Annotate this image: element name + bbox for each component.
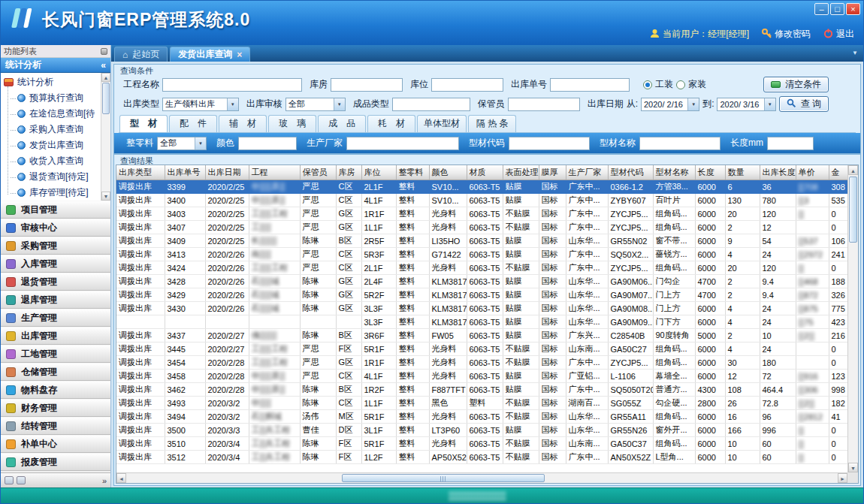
minimize-button[interactable]: –: [814, 3, 829, 15]
length-input[interactable]: [767, 137, 814, 150]
tab-list-caret-icon[interactable]: ▼: [852, 50, 858, 56]
column-header[interactable]: 单价: [796, 165, 829, 180]
table-row[interactable]: 调拨出库34302020/2/26石▒▒城陈琳G区3L3F整料KLM381760…: [116, 302, 847, 315]
column-header[interactable]: 库房: [336, 165, 361, 180]
tab-shipping-outbound-query[interactable]: 发货出库查询 ×: [170, 47, 250, 62]
category-tab[interactable]: 隔 热 条: [468, 115, 516, 132]
table-row[interactable]: 调拨出库34622020/2/28华▒▒原▒陈琳B区1R2F整料F887TFT6…: [116, 383, 847, 397]
category-tab[interactable]: 耗 材: [367, 115, 415, 132]
horizontal-scroll-thumb[interactable]: [342, 474, 545, 482]
table-row[interactable]: 调拨出库34002020/2/25华▒▒原▒严思C区4L1F整料SV10...6…: [116, 194, 847, 207]
column-header[interactable]: 出库长度: [760, 165, 796, 180]
accordion-item[interactable]: 采购管理: [1, 237, 110, 255]
accordion-item[interactable]: 报废管理: [1, 453, 110, 471]
column-header[interactable]: 颜色: [429, 165, 467, 180]
table-row[interactable]: 调拨出库33992020/2/25华▒▒原▒严思C区2L1F整料SV10...6…: [116, 180, 847, 194]
date-to-picker[interactable]: 2020/ 3/16 ▼: [717, 98, 775, 111]
radio-jiazhuang[interactable]: [676, 80, 685, 89]
table-row[interactable]: 调拨出库34032020/2/25工▒▒工程严思G区1R1F整料光身料6063-…: [116, 207, 847, 221]
computer-icon[interactable]: [17, 476, 26, 484]
column-header[interactable]: 工程: [249, 165, 300, 180]
accordion-item[interactable]: 项目管理: [1, 201, 110, 219]
column-header[interactable]: 保管员: [300, 165, 336, 180]
vertical-scroll-thumb[interactable]: [849, 177, 857, 243]
project-name-input[interactable]: [162, 78, 302, 92]
date-from-picker[interactable]: 2020/ 2/16 ▼: [641, 98, 699, 111]
category-tab[interactable]: 单体型材: [417, 115, 467, 132]
accordion-item[interactable]: 仓储管理: [1, 363, 110, 381]
tree-scrollbar[interactable]: ▲ ▼: [101, 73, 110, 201]
product-type-input[interactable]: [392, 98, 470, 111]
close-button[interactable]: ×: [846, 3, 860, 15]
category-tab[interactable]: 辅 材: [219, 115, 267, 132]
table-row[interactable]: 3L3F整料KLM38176063-T5贴膜国标山东华...GA90M09...…: [116, 315, 847, 329]
table-row[interactable]: 调拨出库34542020/2/28工▒▒工程严思G区1R1F整料光身料6063-…: [116, 356, 847, 370]
maker-input[interactable]: [346, 137, 459, 150]
category-tab[interactable]: 型 材: [119, 115, 168, 132]
order-no-input[interactable]: [550, 78, 630, 92]
logout-button[interactable]: 退出: [823, 28, 854, 41]
tree-item[interactable]: 在途信息查询[待: [4, 106, 100, 122]
vertical-scrollbar[interactable]: ▲ ▼: [847, 165, 858, 472]
tree-item[interactable]: 发货出库查询: [4, 137, 100, 153]
accordion-item[interactable]: 退货管理: [1, 273, 110, 291]
table-row[interactable]: 调拨出库35122020/3/4工▒共工程陈琳F区1L2F整料AP50X52..…: [116, 451, 847, 464]
whole-part-select[interactable]: 全部 ▼: [157, 137, 207, 150]
column-header[interactable]: 长度: [695, 165, 725, 180]
search-button[interactable]: 查 询: [779, 96, 829, 112]
category-tab[interactable]: 成 品: [318, 115, 366, 132]
accordion-item[interactable]: 补单中心: [1, 435, 110, 453]
scroll-up-icon[interactable]: ▲: [101, 73, 110, 82]
scroll-left-icon[interactable]: ◄: [116, 473, 126, 483]
modules-icon[interactable]: [5, 476, 14, 484]
horizontal-scrollbar[interactable]: ◄ ►: [116, 472, 847, 483]
tree-item[interactable]: 采购入库查询: [4, 122, 100, 137]
table-row[interactable]: 调拨出库34452020/2/27工▒▒工程严思F区5R1F整料光身料6063-…: [116, 343, 847, 356]
tree-item[interactable]: 收货入库查询: [4, 153, 100, 169]
accordion-item[interactable]: 物料盘存: [1, 381, 110, 399]
sidebar-section-header[interactable]: 统计分析 «: [1, 58, 110, 73]
column-header[interactable]: 出库类型: [116, 165, 165, 180]
tab-close-icon[interactable]: ×: [237, 50, 242, 60]
column-header[interactable]: 出库单号: [165, 165, 205, 180]
table-row[interactable]: 调拨出库34942020/3/2石▒辉城汤伟M区5R1F整料光身料6063-T5…: [116, 410, 847, 424]
tree-item[interactable]: 库存管理[待定]: [4, 185, 100, 201]
tab-start-page[interactable]: ⌂ 起始页: [114, 47, 168, 62]
radio-gongzhuang[interactable]: [643, 80, 652, 89]
more-icon[interactable]: »: [102, 476, 107, 485]
column-header[interactable]: 出库日期: [205, 165, 249, 180]
scroll-down-icon[interactable]: ▼: [848, 463, 858, 472]
column-header[interactable]: 型材名称: [653, 165, 695, 180]
column-header[interactable]: 库位: [361, 165, 396, 180]
accordion-item[interactable]: 审核中心: [1, 219, 110, 237]
accordion-item[interactable]: 结转管理: [1, 417, 110, 435]
keeper-input[interactable]: [508, 98, 580, 111]
table-row[interactable]: 调拨出库34092020/2/25长▒▒▒陈琳B区2R5F整料LI35HO606…: [116, 234, 847, 248]
tree-item[interactable]: 退货查询[待定]: [4, 169, 100, 185]
column-header[interactable]: 数量: [725, 165, 760, 180]
table-row[interactable]: 调拨出库34372020/2/27佛▒▒▒陈琳B区3R6F整料FW056063-…: [116, 329, 847, 343]
column-header[interactable]: 材质: [467, 165, 503, 180]
column-header[interactable]: 表面处理: [503, 165, 539, 180]
table-row[interactable]: 调拨出库34292020/2/26石▒▒城陈琳G区5R2F整料KLM381760…: [116, 288, 847, 302]
accordion-item[interactable]: 退库管理: [1, 291, 110, 309]
audit-select[interactable]: 全部 ▼: [285, 98, 346, 111]
location-input[interactable]: [431, 78, 503, 92]
collapse-icon[interactable]: «: [101, 60, 106, 71]
table-row[interactable]: 调拨出库34242020/2/26工▒▒工程严思C区2L1F整料光身料6063-…: [116, 261, 847, 275]
color-input[interactable]: [238, 137, 297, 150]
column-header[interactable]: 膜厚: [539, 165, 566, 180]
column-header[interactable]: 金: [829, 165, 847, 180]
accordion-item[interactable]: 生产管理: [1, 309, 110, 327]
scroll-up-icon[interactable]: ▲: [848, 165, 858, 175]
profile-name-input[interactable]: [639, 137, 721, 150]
column-header[interactable]: 型材代码: [608, 165, 653, 180]
category-tab[interactable]: 玻 璃: [268, 115, 316, 132]
accordion-item[interactable]: 财务管理: [1, 399, 110, 417]
profile-code-input[interactable]: [509, 137, 590, 150]
table-row[interactable]: 调拨出库35002020/3/3工▒共工程曹佳D区3L1F整料LT3P60606…: [116, 424, 847, 437]
table-row[interactable]: 调拨出库34582020/2/28华▒▒原▒严思C区4L1F整料光身料6063-…: [116, 370, 847, 383]
clear-conditions-button[interactable]: 清空条件: [763, 77, 829, 92]
category-tab[interactable]: 配 件: [169, 115, 217, 132]
tree-scroll-thumb[interactable]: [102, 83, 110, 114]
